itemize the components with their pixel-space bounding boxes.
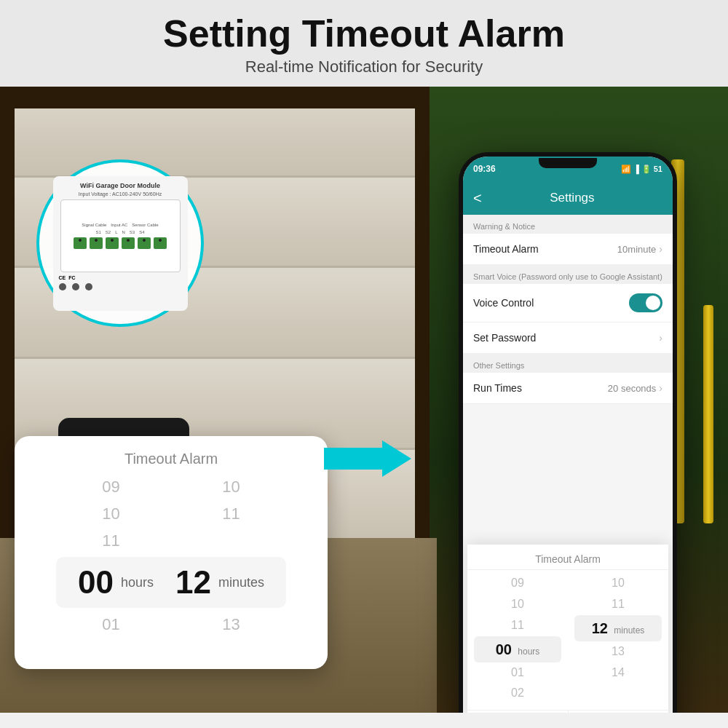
svg-marker-0 [324,440,411,477]
page-title: Setting Timeout Alarm [15,13,713,55]
phone-nav-title: Settings [482,191,662,205]
run-times-arrow: › [659,382,662,394]
selected-hours-value: 00 [78,564,114,601]
confirm-button[interactable]: Confirm [569,711,669,713]
warning-notice-label: Warning & Notice [463,215,673,234]
picker-selected-row: 00 hours 12 minutes [56,557,286,608]
phone-minutes-14: 14 [612,662,625,684]
phone-hours-selected-row: 00 hours [474,636,561,662]
voice-control-toggle[interactable] [629,293,662,312]
module-connectors [74,237,167,249]
garage-frame-top [0,87,430,108]
phone-screen: 09:36 📶 ▐ 🔋 51 < Settings Warning & Noti… [463,157,673,713]
other-settings-label: Other Settings [463,354,673,373]
module-body: Signal Cable Input AC Sensor Cable S1 S2… [60,199,181,272]
voice-control-label: Voice Control [473,297,629,309]
signal-icon: ▐ [633,165,639,173]
timeout-alarm-card-title: Timeout Alarm [124,451,218,467]
phone-picker[interactable]: 09 10 11 00 hours 01 02 10 11 [467,570,668,707]
minutes-item-10: 10 [222,475,240,499]
phone-hours-02: 02 [511,683,524,704]
phone-minutes-label: minutes [614,625,644,636]
page-subtitle: Real-time Notification for Security [15,58,713,76]
phone-popup-buttons: Cancel Confirm [467,710,668,713]
phone-minutes-12: 12 [592,620,608,636]
module-title: WiFi Garage Door Module [59,182,182,191]
module-specs: Input Voltage : AC100-240V 50/60Hz [59,191,182,197]
garage-frame-left [0,87,15,553]
hours-item-11: 11 [102,529,119,553]
cancel-button[interactable]: Cancel [467,711,569,713]
hours-item-09: 09 [102,475,119,499]
connector-2 [90,237,103,249]
set-password-row[interactable]: Set Password › [463,323,673,354]
phone-minutes-11: 11 [612,594,625,615]
wifi-icon: 📶 [621,165,631,174]
phone-hours-10: 10 [511,594,524,615]
timeout-alarm-label: Timeout Alarm [473,243,617,255]
selected-minutes-value: 12 [175,564,211,601]
battery-level: 51 [654,165,662,173]
back-button[interactable]: < [473,190,482,207]
set-password-arrow: › [659,332,662,344]
hours-picker-col[interactable]: 09 10 11 [102,475,119,553]
phone-notch [539,158,597,168]
module-screws [59,283,182,290]
minutes-item-11: 11 [222,502,240,526]
phone-hours-label: hours [518,646,539,657]
phone-hours-01: 01 [511,662,524,684]
connector-4 [122,237,135,249]
phone-popup-title: Timeout Alarm [467,553,668,570]
smart-voice-label: Smart Voice (Password only use to Google… [463,265,673,284]
timeout-alarm-arrow: › [659,243,662,255]
wifi-module-circle: WiFi Garage Door Module Input Voltage : … [36,159,204,327]
signal-icons: 📶 ▐ 🔋 51 [621,165,662,174]
phone-hours-col[interactable]: 09 10 11 00 hours 01 02 [474,573,561,704]
cyan-arrow [324,440,411,480]
timeout-alarm-card: Timeout Alarm 09 10 11 10 11 00 hours 12… [15,436,328,669]
hours-item-01: 01 [102,612,119,636]
run-times-row[interactable]: Run Times 20 seconds › [463,373,673,404]
selected-minutes-label: minutes [218,575,264,590]
timeout-alarm-row[interactable]: Timeout Alarm 10minute › [463,234,673,265]
module-ce-marks: CE FC [59,275,182,280]
module-inner: WiFi Garage Door Module Input Voltage : … [53,176,188,311]
phone-hours-11: 11 [511,615,524,636]
module-labels: Signal Cable Input AC Sensor Cable [82,223,158,227]
phone-settings-content: Warning & Notice Timeout Alarm 10minute … [463,215,673,404]
hours-picker-col-below[interactable]: 01 [102,612,119,636]
screw-1 [59,283,66,290]
connector-6 [154,237,167,249]
set-password-label: Set Password [473,332,659,344]
phone-minutes-13: 13 [612,641,625,662]
phone-timeout-popup: Timeout Alarm 09 10 11 00 hours 01 02 [467,545,668,713]
phone: 09:36 📶 ▐ 🔋 51 < Settings Warning & Noti… [459,152,677,713]
screw-3 [85,283,92,290]
phone-minutes-selected-row: 12 minutes [574,615,662,641]
run-times-label: Run Times [473,382,608,394]
page-header: Setting Timeout Alarm Real-time Notifica… [0,0,728,87]
hours-item-10: 10 [102,502,119,526]
connector-5 [138,237,151,249]
battery-icon: 🔋 [641,165,652,174]
run-times-value: 20 seconds [608,383,657,394]
minutes-picker-col[interactable]: 10 11 [222,475,240,553]
scene: WiFi Garage Door Module Input Voltage : … [0,87,728,713]
timeout-alarm-value: 10minute [617,244,656,255]
phone-hours-00: 00 [496,641,512,657]
garage-frame-right [415,87,430,553]
voice-control-row[interactable]: Voice Control [463,284,673,323]
minutes-item-13: 13 [222,612,240,636]
module-pin-labels: S1 S2 L N S3 S4 [95,230,144,234]
phone-minutes-col[interactable]: 10 11 12 minutes 13 14 [574,573,662,704]
phone-minutes-10: 10 [612,573,625,594]
phone-nav-bar: < Settings [463,181,673,215]
selected-hours-label: hours [121,575,154,590]
connector-1 [74,237,87,249]
gold-pole-2 [703,305,713,523]
minutes-picker-col-below[interactable]: 13 [222,612,240,636]
screw-2 [72,283,79,290]
phone-time: 09:36 [473,164,496,174]
connector-3 [106,237,119,249]
phone-hours-09: 09 [511,573,524,594]
